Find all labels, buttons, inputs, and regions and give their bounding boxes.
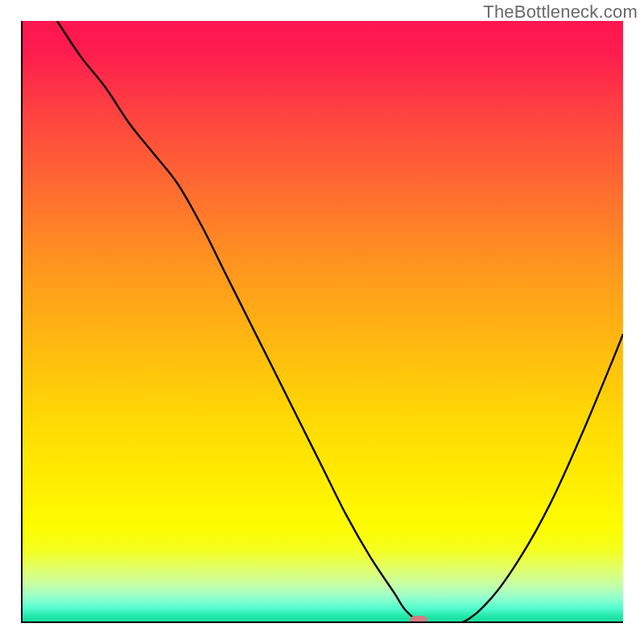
y-axis <box>21 21 23 623</box>
x-axis <box>21 621 623 623</box>
curve-path <box>57 21 623 623</box>
chart-frame: TheBottleneck.com <box>0 0 644 644</box>
plot-area <box>21 21 623 623</box>
watermark-label: TheBottleneck.com <box>483 2 638 23</box>
bottleneck-curve <box>21 21 623 623</box>
